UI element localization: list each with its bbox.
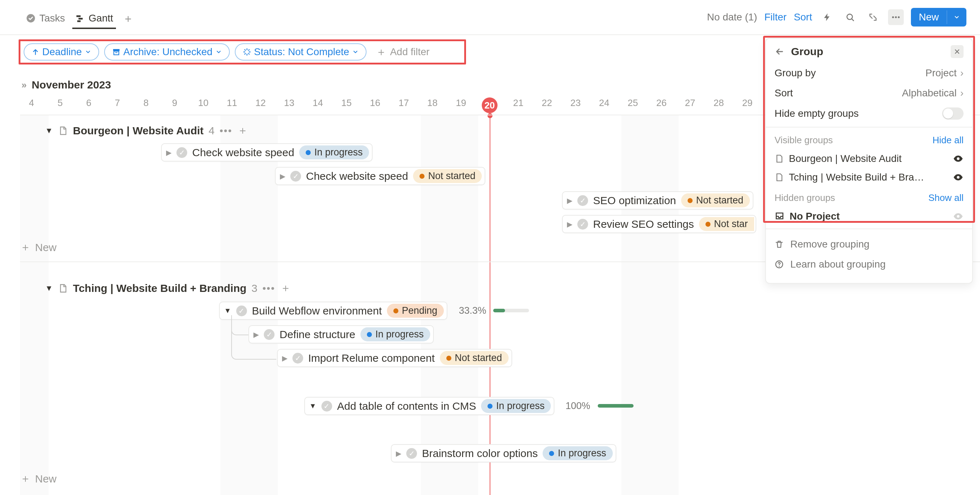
filter-link[interactable]: Filter — [764, 11, 786, 23]
day-label[interactable]: 15 — [342, 97, 352, 109]
task-card[interactable]: ▶ ✓ Brainstorm color options In progress — [391, 444, 616, 462]
day-label[interactable]: 18 — [427, 97, 438, 109]
expand-triangle-icon[interactable]: ▶ — [396, 449, 401, 458]
collapse-triangle-icon[interactable]: ▼ — [309, 402, 317, 410]
page-icon — [775, 172, 784, 182]
visible-group-item[interactable]: Tching | Website Build + Bra… — [775, 168, 964, 187]
task-card[interactable]: ▶ ✓ Define structure In progress — [248, 325, 434, 343]
collapse-triangle-icon[interactable]: ▼ — [224, 307, 231, 315]
day-label[interactable]: 24 — [599, 97, 609, 109]
collapse-triangle-icon[interactable]: ▼ — [45, 126, 53, 136]
task-checkbox[interactable]: ✓ — [406, 448, 417, 459]
task-card[interactable]: ▶ ✓ Check website speed Not started — [275, 167, 485, 185]
toolbar-right: No date (1) Filter Sort New — [707, 8, 966, 27]
day-label[interactable]: 4 — [29, 97, 34, 109]
show-all-link[interactable]: Show all — [929, 192, 964, 203]
tab-gantt[interactable]: Gantt — [72, 9, 116, 29]
filter-chip-deadline[interactable]: Deadline — [24, 43, 99, 61]
day-label[interactable]: 12 — [256, 97, 266, 109]
hide-empty-toggle[interactable] — [942, 107, 964, 120]
task-card[interactable]: ▶ ✓ Check website speed In progress — [161, 143, 372, 161]
task-checkbox[interactable]: ✓ — [578, 219, 588, 230]
expand-triangle-icon[interactable]: ▶ — [280, 172, 285, 180]
group-header[interactable]: ▼ Bourgeon | Website Audit 4 ••• ＋ — [45, 123, 248, 138]
filter-chip-status[interactable]: Status: Not Complete — [235, 43, 366, 61]
new-button-caret[interactable] — [947, 10, 966, 24]
automations-icon[interactable] — [819, 9, 835, 25]
day-label[interactable]: 22 — [542, 97, 552, 109]
back-arrow-icon[interactable] — [775, 46, 784, 57]
day-label[interactable]: 14 — [313, 97, 323, 109]
collapse-triangle-icon[interactable]: ▼ — [45, 284, 53, 293]
panel-row-hide-empty: Hide empty groups — [775, 103, 964, 124]
more-options-icon[interactable] — [888, 9, 904, 25]
day-label[interactable]: 28 — [714, 97, 724, 109]
task-card[interactable]: ▶ ✓ Review SEO settings Not star — [562, 215, 756, 233]
day-label[interactable]: 13 — [284, 97, 294, 109]
day-label-today[interactable]: 20 — [482, 97, 498, 113]
day-label[interactable]: 19 — [456, 97, 466, 109]
task-checkbox[interactable]: ✓ — [293, 353, 303, 364]
remove-grouping-button[interactable]: Remove grouping — [775, 234, 964, 254]
filter-chip-archive[interactable]: Archive: Unchecked — [104, 43, 230, 61]
day-label[interactable]: 6 — [86, 97, 91, 109]
tab-tasks[interactable]: Tasks — [23, 9, 68, 29]
search-icon[interactable] — [842, 9, 858, 25]
add-filter-button[interactable]: ＋ Add filter — [372, 43, 434, 62]
task-checkbox[interactable]: ✓ — [177, 147, 187, 158]
task-checkbox[interactable]: ✓ — [321, 401, 332, 412]
day-label[interactable]: 7 — [115, 97, 120, 109]
learn-grouping-button[interactable]: Learn about grouping — [775, 254, 964, 275]
new-button[interactable]: New — [911, 8, 966, 27]
expand-triangle-icon[interactable]: ▶ — [166, 148, 172, 157]
add-view-button[interactable] — [120, 13, 136, 26]
panel-row-group-by[interactable]: Group by Project› — [775, 63, 964, 83]
task-checkbox[interactable]: ✓ — [290, 171, 301, 182]
eye-icon[interactable] — [953, 172, 964, 183]
panel-row-sort[interactable]: Sort Alphabetical› — [775, 83, 964, 103]
day-label[interactable]: 9 — [172, 97, 177, 109]
expand-triangle-icon[interactable]: ▶ — [282, 354, 287, 362]
more-icon[interactable]: ••• — [220, 125, 232, 136]
task-card[interactable]: ▶ ✓ Import Relume component Not started — [277, 349, 512, 367]
eye-icon[interactable] — [953, 153, 964, 164]
day-label[interactable]: 26 — [656, 97, 667, 109]
sort-link[interactable]: Sort — [794, 11, 812, 23]
new-task-row[interactable]: ＋ New — [20, 471, 57, 486]
visible-group-item[interactable]: Bourgeon | Website Audit — [775, 149, 964, 168]
day-label[interactable]: 25 — [628, 97, 638, 109]
task-checkbox[interactable]: ✓ — [578, 195, 588, 206]
task-card[interactable]: ▶ ✓ SEO optimization Not started — [562, 191, 753, 209]
expand-icon[interactable] — [865, 9, 881, 25]
hide-all-link[interactable]: Hide all — [932, 135, 964, 146]
expand-triangle-icon[interactable]: ▶ — [567, 196, 572, 205]
gantt-month-header[interactable]: » November 2023 — [21, 79, 111, 91]
status-badge: In progress — [299, 145, 369, 160]
expand-triangle-icon[interactable]: ▶ — [253, 330, 259, 339]
task-checkbox[interactable]: ✓ — [236, 305, 247, 316]
task-checkbox[interactable]: ✓ — [264, 329, 275, 340]
task-card[interactable]: ▼ ✓ Add table of contents in CMS In prog… — [304, 397, 554, 415]
day-label[interactable]: 23 — [571, 97, 581, 109]
add-task-icon[interactable]: ＋ — [237, 123, 248, 138]
day-label[interactable]: 21 — [513, 97, 523, 109]
more-icon[interactable]: ••• — [262, 283, 275, 294]
group-header[interactable]: ▼ Tching | Website Build + Branding 3 ••… — [45, 281, 291, 295]
day-label[interactable]: 16 — [370, 97, 380, 109]
day-label[interactable]: 5 — [57, 97, 63, 109]
day-label[interactable]: 11 — [227, 97, 237, 109]
day-label[interactable]: 27 — [685, 97, 695, 109]
new-task-row[interactable]: ＋ New — [20, 240, 57, 255]
no-date-indicator[interactable]: No date (1) — [707, 11, 757, 23]
hidden-group-item[interactable]: No Project — [775, 207, 964, 226]
chevron-down-icon — [85, 49, 91, 55]
close-icon[interactable] — [951, 45, 964, 58]
eye-off-icon[interactable] — [953, 211, 964, 222]
day-label[interactable]: 17 — [399, 97, 409, 109]
day-label[interactable]: 10 — [198, 97, 209, 109]
expand-triangle-icon[interactable]: ▶ — [567, 220, 572, 228]
svg-rect-8 — [113, 49, 119, 51]
add-task-icon[interactable]: ＋ — [280, 281, 291, 295]
day-label[interactable]: 8 — [143, 97, 148, 109]
day-label[interactable]: 29 — [742, 97, 753, 109]
